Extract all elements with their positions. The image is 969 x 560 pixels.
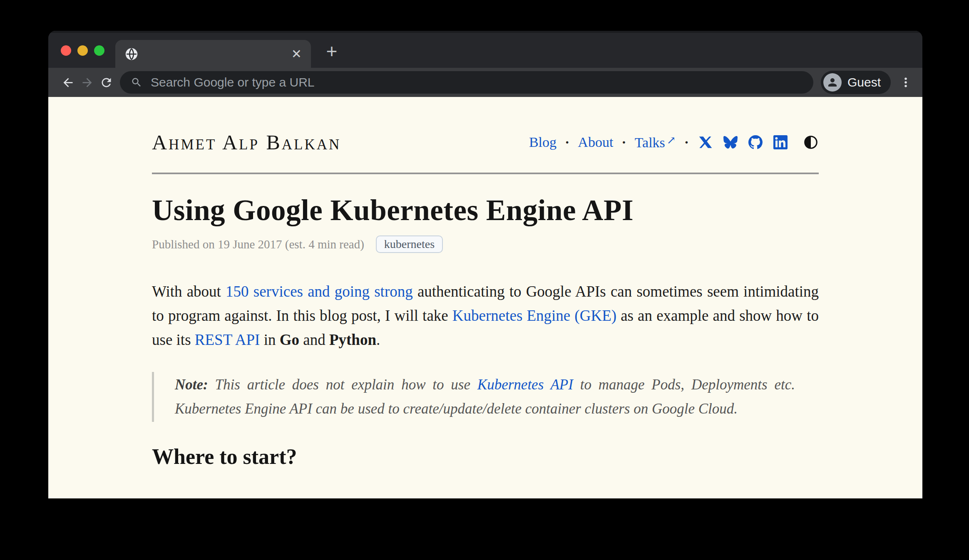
nav-item-blog[interactable]: Blog	[529, 134, 557, 150]
profile-label: Guest	[847, 75, 881, 89]
browser-window: ✕ + Guest	[48, 31, 922, 498]
linkedin-icon[interactable]	[772, 134, 789, 151]
search-icon	[131, 77, 142, 88]
nav-item-talks[interactable]: Talks↗	[635, 134, 676, 151]
external-link-arrow-icon: ↗	[667, 134, 676, 146]
tab-close-icon[interactable]: ✕	[291, 48, 302, 60]
github-icon[interactable]	[747, 134, 764, 151]
globe-favicon-icon	[124, 47, 139, 61]
article-title: Using Google Kubernetes Engine API	[152, 193, 819, 227]
new-tab-button[interactable]: +	[323, 42, 341, 60]
url-input[interactable]	[150, 75, 803, 90]
bluesky-icon[interactable]	[722, 134, 739, 151]
text-segment: and	[299, 331, 329, 348]
theme-toggle-icon[interactable]	[803, 134, 819, 150]
avatar-icon	[823, 73, 842, 92]
tab-strip: ✕ +	[48, 31, 922, 68]
nav-separator: ·	[684, 134, 689, 150]
zoom-window-button[interactable]	[94, 45, 104, 56]
nav-separator: ·	[621, 134, 626, 150]
inline-link[interactable]: 150 services and going strong	[226, 283, 413, 300]
x-twitter-icon[interactable]	[697, 134, 714, 151]
note-text: Note: This article does not explain how …	[175, 373, 795, 421]
text-segment: With about	[152, 283, 226, 300]
window-controls	[61, 45, 104, 56]
page-content: Ahmet Alp Balkan Blog · About · Talks↗ ·	[48, 97, 922, 498]
site-header: Ahmet Alp Balkan Blog · About · Talks↗ ·	[152, 97, 819, 154]
site-nav: Blog · About · Talks↗ ·	[529, 134, 819, 151]
published-date: Published on 19 June 2017 (est. 4 min re…	[152, 238, 364, 251]
inline-link[interactable]: REST API	[195, 331, 260, 348]
address-bar[interactable]	[120, 71, 813, 94]
tag-kubernetes[interactable]: kubernetes	[376, 235, 443, 253]
site-title-link[interactable]: Ahmet Alp Balkan	[152, 130, 341, 154]
text-segment: .	[376, 331, 380, 348]
text-segment: in	[260, 331, 279, 348]
nav-separator: ·	[565, 134, 569, 150]
minimize-window-button[interactable]	[77, 45, 88, 56]
section-heading: Where to start?	[152, 444, 819, 469]
note-blockquote: Note: This article does not explain how …	[152, 372, 795, 422]
close-window-button[interactable]	[61, 45, 71, 56]
article-meta: Published on 19 June 2017 (est. 4 min re…	[152, 235, 819, 253]
inline-link[interactable]: Kubernetes Engine (GKE)	[452, 307, 616, 324]
desktop-background: ✕ + Guest	[0, 0, 969, 560]
nav-talks-label: Talks	[635, 135, 665, 150]
browser-toolbar: Guest	[48, 68, 922, 97]
bold-text: Note:	[175, 377, 215, 393]
header-divider	[152, 173, 819, 174]
bold-text: Python	[329, 331, 376, 348]
browser-tab[interactable]: ✕	[115, 40, 311, 68]
intro-paragraph: With about 150 services and going strong…	[152, 280, 819, 352]
back-icon[interactable]	[58, 73, 77, 92]
reload-icon[interactable]	[97, 73, 116, 92]
bold-text: Go	[280, 331, 299, 348]
text-segment: This article does not explain how to use	[215, 377, 477, 393]
nav-item-about[interactable]: About	[578, 134, 613, 150]
inline-link[interactable]: Kubernetes API	[477, 377, 573, 393]
profile-button[interactable]: Guest	[821, 71, 891, 94]
kebab-menu-icon[interactable]	[897, 73, 914, 92]
forward-icon[interactable]	[77, 73, 97, 92]
